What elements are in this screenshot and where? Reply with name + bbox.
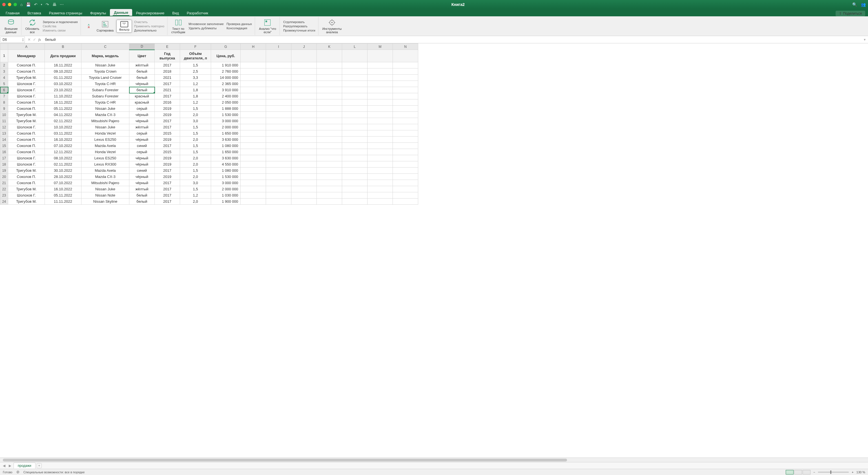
name-box[interactable]: D6 ▲▼ xyxy=(1,37,25,43)
cell[interactable]: Соколов П. xyxy=(8,68,45,75)
sheet-next-icon[interactable]: ▶ xyxy=(8,464,12,468)
cell[interactable] xyxy=(291,168,317,174)
cell[interactable]: 2019 xyxy=(155,112,180,118)
cell[interactable]: 2017 xyxy=(155,199,180,205)
cell[interactable]: Lexus ES250 xyxy=(82,155,129,161)
cell[interactable] xyxy=(342,87,368,93)
cell[interactable]: 2,0 xyxy=(180,174,211,180)
cell[interactable]: Subaru Forester xyxy=(82,93,129,99)
group-button[interactable]: Сгруппировать xyxy=(283,20,316,24)
cell[interactable] xyxy=(317,161,342,168)
cell[interactable] xyxy=(291,186,317,192)
cell[interactable]: белый xyxy=(129,68,155,75)
cell[interactable]: 3,0 xyxy=(180,118,211,124)
print-icon[interactable]: 🖶 xyxy=(53,2,56,7)
cell[interactable] xyxy=(393,186,418,192)
cell[interactable] xyxy=(241,81,266,87)
cell[interactable] xyxy=(393,174,418,180)
cell[interactable] xyxy=(393,168,418,174)
cell[interactable] xyxy=(266,155,291,161)
cell[interactable]: 08.10.2022 xyxy=(45,155,82,161)
cell[interactable]: 1 650 000 xyxy=(211,130,241,137)
cell[interactable] xyxy=(291,149,317,155)
formula-input[interactable]: белый xyxy=(43,37,862,42)
cell[interactable]: 10.10.2022 xyxy=(45,124,82,130)
cell[interactable] xyxy=(291,199,317,205)
subtotal-button[interactable]: Промежуточные итоги xyxy=(283,28,316,32)
cell[interactable] xyxy=(317,112,342,118)
cell[interactable]: Цена, руб. xyxy=(211,50,241,62)
cell[interactable]: 1,2 xyxy=(180,99,211,106)
cell[interactable] xyxy=(266,149,291,155)
tab-разметка страницы[interactable]: Разметка страницы xyxy=(45,9,86,16)
cell[interactable]: 1,5 xyxy=(180,143,211,149)
cell[interactable]: чёрный xyxy=(129,174,155,180)
cell[interactable] xyxy=(393,130,418,137)
cell[interactable] xyxy=(393,149,418,155)
cell[interactable] xyxy=(266,143,291,149)
cell[interactable]: 2,0 xyxy=(180,155,211,161)
cell[interactable] xyxy=(241,130,266,137)
cell[interactable] xyxy=(266,50,291,62)
cell[interactable]: 28.10.2022 xyxy=(45,174,82,180)
cell[interactable]: жёлтый xyxy=(129,62,155,68)
cell[interactable]: 05.11.2022 xyxy=(45,192,82,199)
cell[interactable]: 1 900 000 xyxy=(211,199,241,205)
fx-icon[interactable]: fx xyxy=(38,37,41,42)
tab-рецензирование[interactable]: Рецензирование xyxy=(132,9,168,16)
cell[interactable]: Соколов П. xyxy=(8,130,45,137)
cell[interactable] xyxy=(368,112,393,118)
cell[interactable]: 2 050 000 xyxy=(211,99,241,106)
cell[interactable] xyxy=(241,161,266,168)
filter-button[interactable]: Фильтр xyxy=(116,20,132,33)
cell[interactable]: 1,8 xyxy=(180,87,211,93)
cell[interactable]: 16.10.2022 xyxy=(45,137,82,143)
analysis-tools-button[interactable]: Инструменты анализа xyxy=(321,18,343,34)
cell[interactable]: 05.11.2022 xyxy=(45,106,82,112)
cell[interactable] xyxy=(342,68,368,75)
cell[interactable] xyxy=(317,174,342,180)
cell[interactable]: Honda Vezel xyxy=(82,130,129,137)
row-header-9[interactable]: 9 xyxy=(0,106,8,112)
col-header-D[interactable]: D xyxy=(129,44,155,50)
cell[interactable]: 1 030 000 xyxy=(211,192,241,199)
cell[interactable]: 2,0 xyxy=(180,137,211,143)
cell[interactable]: 1 650 000 xyxy=(211,149,241,155)
zoom-out-button[interactable]: − xyxy=(813,471,815,474)
cell[interactable]: белый xyxy=(129,199,155,205)
cell[interactable] xyxy=(241,106,266,112)
cell[interactable]: 3 630 000 xyxy=(211,137,241,143)
cell[interactable] xyxy=(291,124,317,130)
cell[interactable]: Тригубов М. xyxy=(8,75,45,81)
cell[interactable]: белый xyxy=(129,192,155,199)
cell[interactable]: 4 550 000 xyxy=(211,161,241,168)
search-icon[interactable]: 🔍 xyxy=(852,2,857,7)
cell[interactable] xyxy=(291,130,317,137)
cell[interactable] xyxy=(393,87,418,93)
cell[interactable]: 2021 xyxy=(155,87,180,93)
cell[interactable]: 2017 xyxy=(155,180,180,186)
cell[interactable] xyxy=(393,124,418,130)
cell[interactable] xyxy=(368,93,393,99)
col-header-L[interactable]: L xyxy=(342,44,368,50)
cell[interactable] xyxy=(266,112,291,118)
macro-record-icon[interactable]: ⦿ xyxy=(17,471,20,474)
col-header-A[interactable]: A xyxy=(8,44,45,50)
cell[interactable] xyxy=(317,62,342,68)
cell[interactable] xyxy=(368,130,393,137)
spreadsheet-grid[interactable]: ABCDEFGHIJKLMN1МенеджерДата продажиМарка… xyxy=(0,43,868,457)
text-to-columns-button[interactable]: Текст по столбцам xyxy=(170,18,186,34)
cell[interactable]: Год выпуска xyxy=(155,50,180,62)
cell[interactable] xyxy=(393,155,418,161)
cell[interactable]: 1,5 xyxy=(180,106,211,112)
cell[interactable] xyxy=(368,118,393,124)
cell[interactable] xyxy=(342,106,368,112)
save-icon[interactable]: 💾 xyxy=(26,2,31,7)
row-header-12[interactable]: 12 xyxy=(0,124,8,130)
cell[interactable]: Mazda CX-3 xyxy=(82,112,129,118)
cell[interactable] xyxy=(342,180,368,186)
cell[interactable]: 16.10.2022 xyxy=(45,186,82,192)
row-header-15[interactable]: 15 xyxy=(0,143,8,149)
sheet-prev-icon[interactable]: ◀ xyxy=(2,464,6,468)
cell[interactable]: Шолохов Г. xyxy=(8,81,45,87)
